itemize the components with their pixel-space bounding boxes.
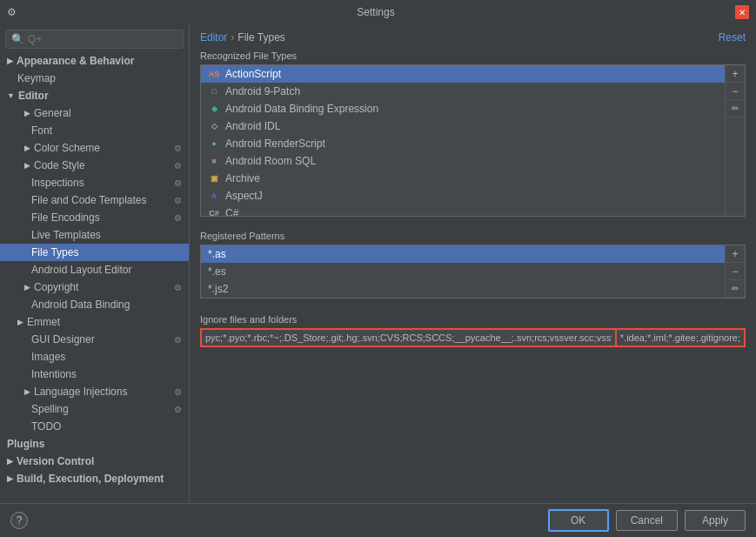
sidebar-item-label: Plugins bbox=[7, 438, 44, 450]
ignore-input-wrapper: *.idea;*.iml;*.gitee;.gitignore; bbox=[200, 328, 746, 347]
file-type-icon-android-data-binding: ◆ bbox=[208, 103, 220, 115]
file-type-item-csharp[interactable]: C#C# bbox=[201, 205, 725, 216]
sidebar-item-appearance-behavior[interactable]: ▶ Appearance & Behavior bbox=[0, 52, 189, 70]
ok-button[interactable]: OK bbox=[548, 509, 609, 532]
sidebar-item-label: General bbox=[34, 107, 71, 119]
sidebar-item-live-templates[interactable]: Live Templates bbox=[0, 226, 189, 244]
ignore-input-left[interactable] bbox=[202, 330, 615, 346]
search-icon: 🔍 bbox=[11, 33, 24, 45]
edit-pattern-button[interactable]: ✏ bbox=[726, 280, 745, 298]
sidebar-item-general[interactable]: ▶ General bbox=[0, 104, 189, 122]
sidebar-item-gui-designer[interactable]: GUI Designer ⚙ bbox=[0, 331, 189, 348]
remove-pattern-button[interactable]: − bbox=[726, 263, 745, 280]
add-pattern-button[interactable]: + bbox=[726, 245, 745, 263]
file-type-item-archive[interactable]: ▣Archive bbox=[201, 170, 725, 187]
recognized-list[interactable]: ASActionScript□Android 9-Patch◆Android D… bbox=[201, 65, 725, 216]
pattern-item-es[interactable]: *.es bbox=[201, 263, 725, 280]
gear-icon: ⚙ bbox=[174, 161, 182, 171]
file-type-label-android-room-sql: Android Room SQL bbox=[225, 155, 316, 167]
breadcrumb-separator: › bbox=[231, 31, 234, 44]
ignore-label: Ignore files and folders bbox=[200, 314, 746, 325]
sidebar-item-file-code-templates[interactable]: File and Code Templates ⚙ bbox=[0, 191, 189, 209]
sidebar-item-todo[interactable]: TODO bbox=[0, 418, 189, 435]
sidebar: 🔍 ▶ Appearance & Behavior Keymap ▼ Edito… bbox=[0, 24, 190, 503]
sidebar-item-label: Copyright bbox=[34, 281, 78, 293]
file-type-label-csharp: C# bbox=[225, 207, 238, 216]
sidebar-item-spelling[interactable]: Spelling ⚙ bbox=[0, 400, 189, 418]
search-box[interactable]: 🔍 bbox=[5, 30, 184, 49]
pattern-item-as[interactable]: *.as bbox=[201, 245, 725, 263]
file-type-label-android-9patch: Android 9-Patch bbox=[225, 85, 300, 97]
sidebar-item-label: File Encodings bbox=[31, 211, 100, 224]
file-type-item-android-idl[interactable]: ◇Android IDL bbox=[201, 117, 725, 135]
arrow-icon: ▶ bbox=[17, 318, 23, 326]
sidebar-item-label: Font bbox=[31, 124, 52, 137]
remove-file-type-button[interactable]: − bbox=[726, 83, 745, 100]
sidebar-item-build-execution[interactable]: ▶ Build, Execution, Deployment bbox=[0, 470, 189, 487]
file-type-item-android-data-binding[interactable]: ◆Android Data Binding Expression bbox=[201, 100, 725, 117]
file-type-icon-android-9patch: □ bbox=[208, 85, 220, 97]
file-type-item-aspectj[interactable]: AAspectJ bbox=[201, 187, 725, 205]
sidebar-item-intentions[interactable]: Intentions bbox=[0, 366, 189, 383]
sidebar-item-code-style[interactable]: ▶ Code Style ⚙ bbox=[0, 157, 189, 174]
sidebar-item-label: Code Style bbox=[34, 159, 85, 171]
file-type-item-actionscript[interactable]: ASActionScript bbox=[201, 65, 725, 83]
gear-icon: ⚙ bbox=[174, 178, 182, 188]
arrow-icon: ▶ bbox=[24, 283, 30, 292]
arrow-icon: ▶ bbox=[7, 457, 13, 466]
pattern-item-js2[interactable]: *.js2 bbox=[201, 280, 725, 298]
sidebar-item-language-injections[interactable]: ▶ Language Injections ⚙ bbox=[0, 383, 189, 400]
help-button[interactable]: ? bbox=[10, 512, 28, 529]
sidebar-item-plugins[interactable]: Plugins bbox=[0, 435, 189, 453]
breadcrumb-file-types: File Types bbox=[238, 31, 284, 44]
ignore-section: Ignore files and folders *.idea;*.iml;*.… bbox=[190, 311, 756, 354]
file-type-item-android-renderscript[interactable]: ●Android RenderScript bbox=[201, 135, 725, 152]
add-file-type-button[interactable]: + bbox=[726, 65, 745, 83]
gear-icon: ⚙ bbox=[174, 196, 182, 205]
ignore-input-right[interactable]: *.idea;*.iml;*.gitee;.gitignore; bbox=[615, 330, 744, 346]
sidebar-item-inspections[interactable]: Inspections ⚙ bbox=[0, 174, 189, 191]
sidebar-item-label: Intentions bbox=[31, 368, 77, 380]
sidebar-item-emmet[interactable]: ▶ Emmet bbox=[0, 313, 189, 331]
sidebar-item-editor[interactable]: ▼ Editor bbox=[0, 87, 189, 104]
sidebar-item-file-encodings[interactable]: File Encodings ⚙ bbox=[0, 209, 189, 226]
file-type-item-android-room-sql[interactable]: ■Android Room SQL bbox=[201, 152, 725, 170]
cancel-button[interactable]: Cancel bbox=[616, 510, 678, 531]
recognized-items: ASActionScript□Android 9-Patch◆Android D… bbox=[201, 65, 725, 216]
sidebar-item-android-data-binding[interactable]: Android Data Binding bbox=[0, 296, 189, 313]
recognized-section: Recognized File Types ASActionScript□And… bbox=[190, 47, 756, 217]
sidebar-item-label: Keymap bbox=[17, 72, 56, 84]
sidebar-item-color-scheme[interactable]: ▶ Color Scheme ⚙ bbox=[0, 139, 189, 157]
sidebar-item-version-control[interactable]: ▶ Version Control bbox=[0, 453, 189, 470]
sidebar-item-label: Spelling bbox=[31, 403, 69, 415]
file-type-label-archive: Archive bbox=[225, 172, 260, 185]
sidebar-item-label: File Types bbox=[31, 246, 78, 258]
dialog-title: Settings bbox=[17, 6, 735, 18]
registered-section: Registered Patterns *.as*.es*.js2 + − ✏ bbox=[190, 227, 756, 299]
sidebar-item-file-types[interactable]: File Types bbox=[0, 244, 189, 261]
file-type-icon-android-idl: ◇ bbox=[208, 120, 220, 132]
file-type-label-aspectj: AspectJ bbox=[225, 190, 263, 202]
file-type-icon-csharp: C# bbox=[208, 207, 220, 216]
sidebar-item-copyright[interactable]: ▶ Copyright ⚙ bbox=[0, 279, 189, 296]
sidebar-item-android-layout-editor[interactable]: Android Layout Editor bbox=[0, 261, 189, 279]
sidebar-item-keymap[interactable]: Keymap bbox=[0, 70, 189, 87]
close-button[interactable]: ✕ bbox=[735, 5, 749, 19]
reset-link[interactable]: Reset bbox=[719, 31, 746, 44]
file-type-label-android-data-binding: Android Data Binding Expression bbox=[225, 103, 378, 115]
arrow-icon: ▶ bbox=[24, 161, 30, 170]
sidebar-item-images[interactable]: Images bbox=[0, 348, 189, 366]
arrow-icon: ▶ bbox=[24, 387, 30, 396]
sidebar-item-label: Emmet bbox=[27, 316, 60, 328]
file-type-icon-android-renderscript: ● bbox=[208, 138, 220, 150]
sidebar-item-font[interactable]: Font bbox=[0, 122, 189, 139]
arrow-icon: ▶ bbox=[7, 474, 13, 483]
apply-button[interactable]: Apply bbox=[685, 510, 746, 531]
edit-file-type-button[interactable]: ✏ bbox=[726, 100, 745, 117]
search-input[interactable] bbox=[28, 33, 177, 45]
file-type-label-actionscript: ActionScript bbox=[225, 68, 281, 80]
registered-list[interactable]: *.as*.es*.js2 bbox=[201, 245, 725, 298]
sidebar-item-label: Android Layout Editor bbox=[31, 264, 131, 276]
file-type-item-android-9patch[interactable]: □Android 9-Patch bbox=[201, 83, 725, 100]
sidebar-item-label: Build, Execution, Deployment bbox=[17, 473, 164, 485]
